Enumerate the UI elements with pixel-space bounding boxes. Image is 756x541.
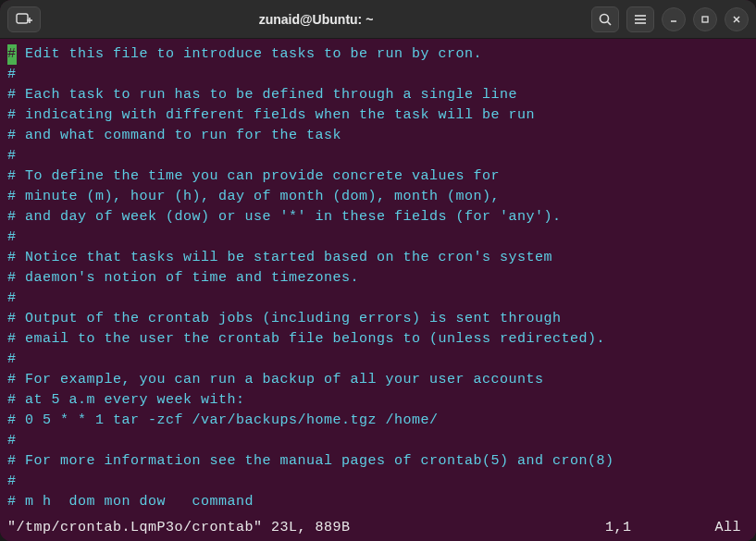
new-tab-button[interactable] — [7, 6, 41, 32]
status-scroll: All — [714, 520, 741, 535]
terminal-window: zunaid@Ubuntu: ~ — [0, 0, 756, 541]
editor-line-5: # — [7, 146, 749, 166]
close-icon — [732, 15, 741, 24]
editor-line-3: # indicating with different fields when … — [7, 105, 749, 126]
titlebar: zunaid@Ubuntu: ~ — [0, 0, 756, 39]
editor-line-4: # and what command to run for the task — [7, 126, 749, 146]
minimize-button[interactable] — [662, 7, 686, 31]
menu-button[interactable] — [626, 6, 654, 32]
status-position: 1,1 — [605, 520, 632, 535]
svg-rect-0 — [17, 14, 28, 23]
cursor: # — [7, 44, 17, 65]
search-button[interactable] — [591, 6, 619, 32]
editor-line-12: # — [7, 289, 749, 309]
editor-line-text: Edit this file to introduce tasks to be … — [17, 46, 483, 62]
statusline: "/tmp/crontab.LqmP3o/crontab" 23L, 889B … — [0, 518, 756, 541]
editor-line-1: # — [7, 65, 749, 85]
editor-area[interactable]: # Edit this file to introduce tasks to b… — [0, 39, 756, 518]
svg-line-2 — [608, 21, 612, 25]
editor-line-0: # Edit this file to introduce tasks to b… — [7, 44, 749, 65]
status-file: "/tmp/crontab.LqmP3o/crontab" 23L, 889B — [7, 520, 351, 535]
window-title: zunaid@Ubuntu: ~ — [41, 12, 591, 27]
new-tab-icon — [16, 13, 32, 26]
editor-line-21: # — [7, 472, 749, 492]
titlebar-right — [591, 6, 749, 32]
hamburger-icon — [634, 14, 647, 25]
editor-line-9: # — [7, 227, 749, 248]
svg-point-1 — [601, 14, 609, 22]
status-spacer — [351, 520, 605, 535]
editor-line-10: # Notice that tasks will be started base… — [7, 248, 749, 268]
editor-line-19: # — [7, 431, 749, 451]
editor-line-20: # For more information see the manual pa… — [7, 451, 749, 472]
search-icon — [599, 13, 612, 26]
editor-line-14: # email to the user the crontab file bel… — [7, 329, 749, 350]
editor-line-16: # For example, you can run a backup of a… — [7, 370, 749, 390]
maximize-icon — [700, 15, 710, 24]
editor-line-13: # Output of the crontab jobs (including … — [7, 309, 749, 329]
editor-line-11: # daemon's notion of time and timezones. — [7, 268, 749, 289]
minimize-icon — [669, 15, 678, 24]
editor-line-17: # at 5 a.m every week with: — [7, 390, 749, 411]
maximize-button[interactable] — [693, 7, 717, 31]
editor-line-2: # Each task to run has to be defined thr… — [7, 85, 749, 105]
editor-line-7: # minute (m), hour (h), day of month (do… — [7, 187, 749, 207]
editor-line-22: # m h dom mon dow command — [7, 492, 749, 512]
close-button[interactable] — [725, 7, 749, 31]
titlebar-left — [7, 6, 41, 32]
editor-line-6: # To define the time you can provide con… — [7, 166, 749, 187]
editor-line-15: # — [7, 350, 749, 370]
svg-rect-7 — [702, 17, 708, 22]
editor-line-8: # and day of week (dow) or use '*' in th… — [7, 207, 749, 227]
editor-line-18: # 0 5 * * 1 tar -zcf /var/backups/home.t… — [7, 411, 749, 431]
